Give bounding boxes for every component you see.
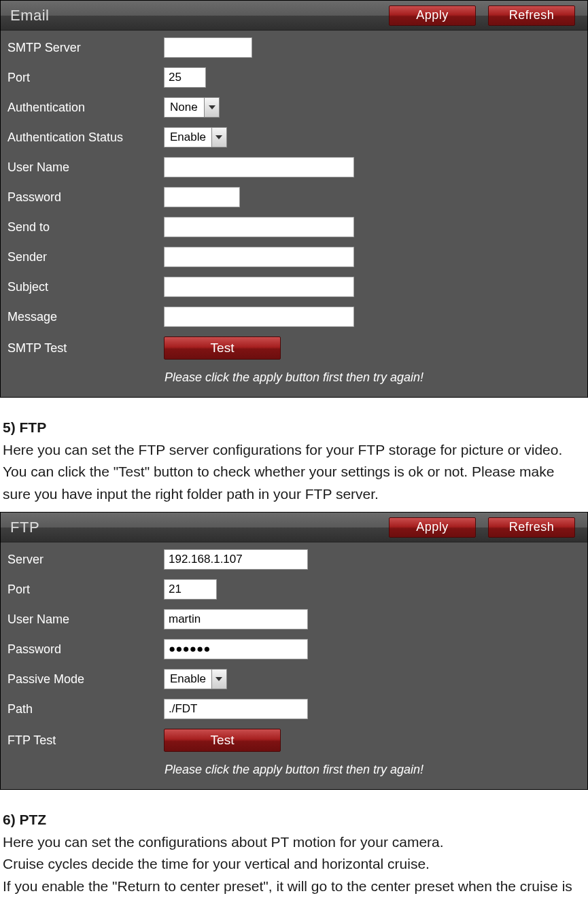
subject-input[interactable]: [164, 277, 354, 297]
ptz-doc-section: 6) PTZ Here you can set the configuratio…: [0, 790, 588, 900]
label-sender: Sender: [6, 250, 164, 264]
apply-button[interactable]: Apply: [389, 5, 476, 26]
row-ftp-username: User Name: [6, 609, 582, 629]
smtp-server-input[interactable]: [164, 37, 252, 58]
dropdown-button[interactable]: [211, 670, 226, 689]
row-ftp-server: Server: [6, 549, 582, 570]
ftp-test-button[interactable]: Test: [164, 729, 281, 752]
row-passive: Passive Mode Enable: [6, 669, 582, 689]
ftp-server-input[interactable]: [164, 549, 308, 570]
auth-status-select[interactable]: Enable: [164, 127, 227, 148]
ftp-port-input[interactable]: [164, 579, 217, 600]
auth-status-value: Enable: [165, 131, 211, 144]
row-send-to: Send to: [6, 217, 582, 237]
refresh-button[interactable]: Refresh: [488, 5, 575, 26]
row-ftp-password: Password: [6, 639, 582, 659]
ptz-line3: If you enable the "Return to center pres…: [3, 876, 585, 900]
label-ftp-path: Path: [6, 702, 164, 716]
label-ftp-test: FTP Test: [6, 733, 164, 748]
dropdown-button[interactable]: [211, 128, 226, 147]
ftp-panel-body: Server Port User Name Password Passive M…: [1, 542, 587, 789]
authentication-value: None: [165, 101, 204, 114]
row-username: User Name: [6, 157, 582, 177]
label-subject: Subject: [6, 280, 164, 294]
row-authentication: Authentication None: [6, 97, 582, 118]
row-subject: Subject: [6, 277, 582, 297]
label-ftp-username: User Name: [6, 612, 164, 627]
ftp-heading: 5) FTP: [3, 417, 585, 439]
label-auth-status: Authentication Status: [6, 131, 164, 145]
row-sender: Sender: [6, 247, 582, 267]
email-panel-header: Email Apply Refresh: [1, 1, 587, 31]
apply-button[interactable]: Apply: [389, 517, 476, 538]
passive-value: Enable: [165, 672, 211, 686]
ftp-doc-section: 5) FTP Here you can set the FTP server c…: [0, 398, 588, 512]
label-ftp-server: Server: [6, 553, 164, 567]
ftp-panel-header: FTP Apply Refresh: [1, 513, 587, 542]
row-ftp-path: Path: [6, 699, 582, 719]
ftp-hint: Please click the apply button first then…: [6, 761, 582, 780]
label-port: Port: [6, 71, 164, 85]
label-username: User Name: [6, 160, 164, 175]
label-passive: Passive Mode: [6, 672, 164, 687]
caret-down-icon: [209, 105, 215, 109]
dropdown-button[interactable]: [204, 98, 219, 117]
row-ftp-test: FTP Test Test: [6, 729, 582, 752]
ftp-password-input[interactable]: [164, 639, 308, 659]
label-send-to: Send to: [6, 220, 164, 235]
label-ftp-port: Port: [6, 583, 164, 597]
password-input[interactable]: [164, 187, 240, 207]
ftp-body: Here you can set the FTP server configur…: [3, 439, 585, 506]
caret-down-icon: [215, 135, 222, 139]
ftp-panel: FTP Apply Refresh Server Port User Name …: [0, 512, 588, 790]
smtp-test-button[interactable]: Test: [164, 336, 281, 360]
email-panel-title: Email: [1, 7, 389, 24]
refresh-button[interactable]: Refresh: [488, 517, 575, 538]
authentication-select[interactable]: None: [164, 97, 220, 118]
label-ftp-password: Password: [6, 642, 164, 657]
label-message: Message: [6, 310, 164, 324]
email-panel-body: SMTP Server Port Authentication None Aut…: [1, 31, 587, 397]
row-auth-status: Authentication Status Enable: [6, 127, 582, 148]
ptz-line1: Here you can set the configurations abou…: [3, 831, 585, 854]
row-message: Message: [6, 307, 582, 327]
message-input[interactable]: [164, 307, 354, 327]
caret-down-icon: [215, 677, 222, 681]
row-smtp-test: SMTP Test Test: [6, 336, 582, 360]
label-smtp-test: SMTP Test: [6, 341, 164, 356]
ptz-heading: 6) PTZ: [3, 809, 585, 831]
email-panel: Email Apply Refresh SMTP Server Port Aut…: [0, 0, 588, 398]
ftp-username-input[interactable]: [164, 609, 308, 629]
label-authentication: Authentication: [6, 101, 164, 115]
username-input[interactable]: [164, 157, 354, 177]
ftp-path-input[interactable]: [164, 699, 308, 719]
port-input[interactable]: [164, 67, 206, 88]
label-smtp-server: SMTP Server: [6, 41, 164, 55]
send-to-input[interactable]: [164, 217, 354, 237]
sender-input[interactable]: [164, 247, 354, 267]
row-port: Port: [6, 67, 582, 88]
email-hint: Please click the apply button first then…: [6, 369, 582, 387]
ptz-line2: Cruise cycles decide the time for your v…: [3, 853, 585, 876]
row-password: Password: [6, 187, 582, 207]
ftp-panel-title: FTP: [1, 519, 389, 536]
label-password: Password: [6, 190, 164, 205]
row-ftp-port: Port: [6, 579, 582, 600]
row-smtp-server: SMTP Server: [6, 37, 582, 58]
passive-select[interactable]: Enable: [164, 669, 227, 689]
